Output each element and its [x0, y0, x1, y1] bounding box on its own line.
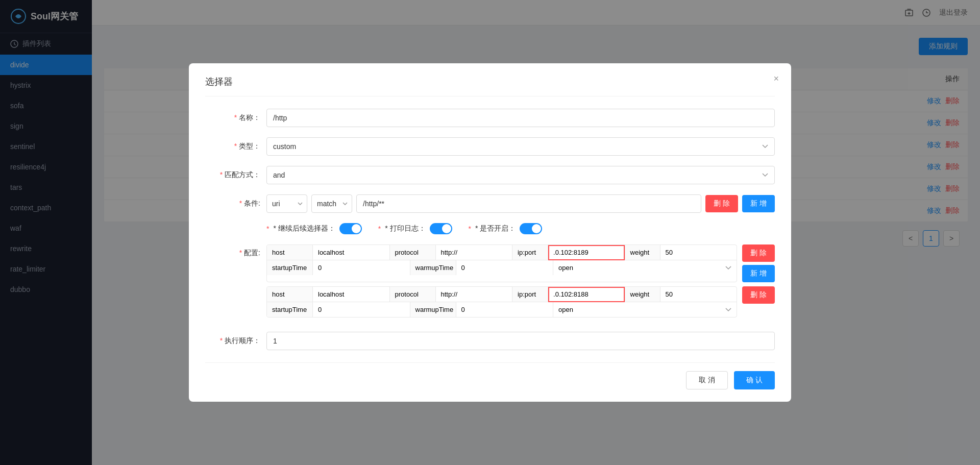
- form-item-condition: * 条件: uri match 删 除 新 增: [205, 194, 775, 213]
- delete-condition-button[interactable]: 删 除: [705, 195, 738, 212]
- toggle-item-continue: * * 继续后续选择器：: [266, 223, 362, 234]
- warmup-value-1: 0: [456, 260, 554, 275]
- print-log-label: * 打印日志：: [385, 224, 425, 233]
- startup-value-2: 0: [313, 302, 410, 317]
- protocol-value-2: http://: [436, 287, 513, 302]
- condition-match-select[interactable]: match: [311, 194, 352, 213]
- continue-toggle[interactable]: [339, 223, 362, 234]
- ipport-value-1[interactable]: [548, 245, 625, 260]
- modal-overlay: 选择器 × * 名称： * 类型： custom full * 匹配方式：: [0, 0, 980, 465]
- type-select[interactable]: custom full: [266, 137, 775, 156]
- config-entry-2: host localhost protocol http:// ip:port …: [266, 286, 775, 317]
- form-item-toggles: * * 继续后续选择器： * * 打印日志： * * 是否开启：: [205, 223, 775, 234]
- startup-label-2: startupTime: [267, 302, 313, 317]
- condition-uri-select[interactable]: uri: [266, 194, 307, 213]
- startup-value-1: 0: [313, 260, 410, 275]
- warmup-value-2: 0: [456, 302, 554, 317]
- open-value-2: open: [553, 302, 737, 317]
- weight-label-2: weight: [625, 287, 660, 302]
- print-log-toggle[interactable]: [430, 223, 452, 234]
- warmup-label-2: warmupTime: [410, 302, 456, 317]
- modal-footer: 取 消 确 认: [205, 362, 775, 389]
- config-section: * 配置: host localhost protocol: [205, 244, 775, 322]
- protocol-value-1: http://: [436, 245, 513, 260]
- name-input[interactable]: [266, 109, 775, 127]
- config-entry-1-row2: startupTime 0 warmupTime 0 open: [267, 260, 737, 275]
- delete-config-1-button[interactable]: 删 除: [742, 244, 775, 262]
- required-star: *: [234, 113, 239, 121]
- host-value-2: localhost: [313, 287, 390, 302]
- toggle-item-print: * * 打印日志：: [378, 223, 452, 234]
- open-value-1: open: [553, 260, 737, 275]
- continue-label: * 继续后续选择器：: [273, 224, 335, 233]
- config-entry-2-wrapper: host localhost protocol http:// ip:port …: [266, 286, 775, 317]
- ipport-label-1: ip:port: [512, 245, 548, 260]
- confirm-button[interactable]: 确 认: [734, 371, 775, 389]
- host-label-2: host: [267, 287, 313, 302]
- open-chevron-1: [725, 266, 731, 270]
- config-entry-1-row1: host localhost protocol http:// ip:port …: [267, 245, 737, 260]
- toggle-item-enabled: * * 是否开启：: [469, 223, 543, 234]
- config-entry-2-table: host localhost protocol http:// ip:port …: [266, 286, 737, 317]
- config-entry-1-table: host localhost protocol http:// ip:port …: [266, 244, 737, 282]
- name-label: * 名称：: [205, 113, 266, 123]
- config-entry-2-row2: startupTime 0 warmupTime 0 open: [267, 302, 737, 317]
- host-label-1: host: [267, 245, 313, 260]
- order-label: * 执行顺序：: [205, 336, 266, 346]
- warmup-label-1: warmupTime: [410, 260, 456, 275]
- host-value-1: localhost: [313, 245, 390, 260]
- config-entries: host localhost protocol http:// ip:port …: [266, 244, 775, 322]
- weight-value-1: 50: [660, 245, 737, 260]
- protocol-label-1: protocol: [390, 245, 436, 260]
- cancel-button[interactable]: 取 消: [686, 371, 728, 389]
- config-content: host localhost protocol http:// ip:port …: [266, 244, 775, 322]
- condition-label: * 条件:: [205, 199, 266, 208]
- type-label: * 类型：: [205, 142, 266, 151]
- config-entry-2-row1: host localhost protocol http:// ip:port …: [267, 287, 737, 302]
- config-entry-2-actions: 删 除: [742, 286, 775, 317]
- ipport-input-2[interactable]: [553, 290, 620, 298]
- config-entry-1: host localhost protocol http:// ip:port …: [266, 244, 775, 282]
- form-item-name: * 名称：: [205, 109, 775, 127]
- delete-config-2-button[interactable]: 删 除: [742, 286, 775, 304]
- ipport-label-2: ip:port: [512, 287, 548, 302]
- config-entry-1-wrapper: host localhost protocol http:// ip:port …: [266, 244, 775, 282]
- order-input[interactable]: [266, 332, 775, 350]
- form-item-order: * 执行顺序：: [205, 332, 775, 350]
- config-label: * 配置:: [205, 244, 266, 258]
- ipport-value-2[interactable]: [548, 287, 625, 302]
- weight-value-2: 50: [660, 287, 737, 302]
- startup-label-1: startupTime: [267, 260, 313, 275]
- form-item-type: * 类型： custom full: [205, 137, 775, 156]
- match-select[interactable]: and or: [266, 166, 775, 184]
- modal-title: 选择器: [205, 76, 775, 96]
- condition-row: uri match 删 除 新 增: [266, 194, 775, 213]
- add-condition-button[interactable]: 新 增: [742, 195, 775, 212]
- modal-close-button[interactable]: ×: [773, 74, 779, 84]
- selector-modal: 选择器 × * 名称： * 类型： custom full * 匹配方式：: [189, 63, 791, 402]
- enabled-toggle[interactable]: [520, 223, 542, 234]
- condition-value-input[interactable]: [356, 194, 701, 213]
- match-label: * 匹配方式：: [205, 170, 266, 180]
- weight-label-1: weight: [625, 245, 660, 260]
- open-chevron-2: [725, 308, 731, 312]
- add-config-button[interactable]: 新 增: [742, 265, 775, 282]
- toggles-row: * * 继续后续选择器： * * 打印日志： * * 是否开启：: [266, 223, 775, 234]
- form-item-match: * 匹配方式： and or: [205, 166, 775, 184]
- protocol-label-2: protocol: [390, 287, 436, 302]
- enabled-label: * 是否开启：: [475, 224, 516, 233]
- ipport-input-1[interactable]: [553, 249, 620, 256]
- config-entry-1-actions: 删 除 新 增: [742, 244, 775, 282]
